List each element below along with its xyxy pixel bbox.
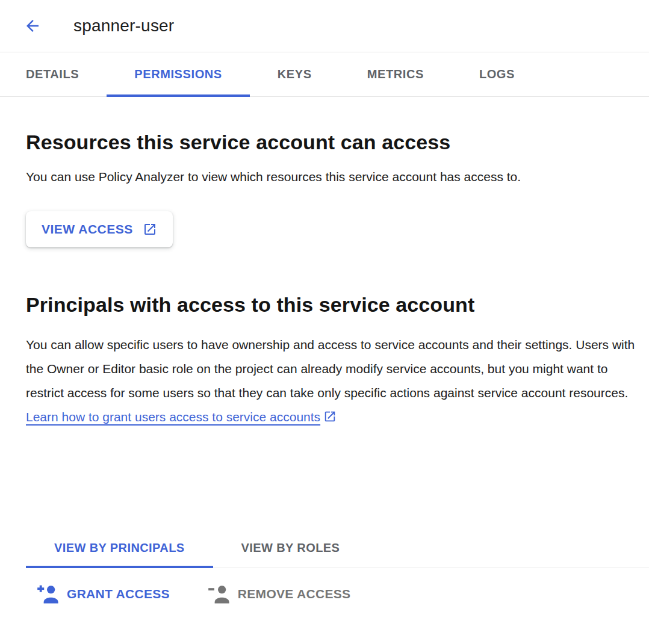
open-in-new-icon <box>143 222 157 237</box>
view-access-button[interactable]: VIEW ACCESS <box>26 211 173 247</box>
tab-details[interactable]: DETAILS <box>0 52 107 96</box>
person-add-icon <box>36 584 60 604</box>
remove-access-label: REMOVE ACCESS <box>238 587 351 601</box>
principals-description: You can allow specific users to have own… <box>26 333 641 429</box>
page-title: spanner-user <box>73 16 174 36</box>
tab-permissions-label: PERMISSIONS <box>134 67 222 81</box>
access-toolbar: GRANT ACCESS REMOVE ACCESS <box>26 584 641 604</box>
tab-details-label: DETAILS <box>26 67 79 81</box>
tab-permissions[interactable]: PERMISSIONS <box>107 52 250 96</box>
subtab-view-by-principals-label: VIEW BY PRINCIPALS <box>54 541 185 555</box>
main-tab-bar: DETAILS PERMISSIONS KEYS METRICS LOGS <box>0 52 649 97</box>
back-button[interactable] <box>23 16 42 36</box>
learn-grant-access-link[interactable]: Learn how to grant users access to servi… <box>26 410 320 424</box>
subtab-view-by-roles-label: VIEW BY ROLES <box>241 541 340 555</box>
resources-section: Resources this service account can acces… <box>26 131 641 247</box>
back-arrow-icon <box>23 17 42 35</box>
open-in-new-icon <box>320 410 337 424</box>
resources-description: You can use Policy Analyzer to view whic… <box>26 169 641 185</box>
tab-metrics[interactable]: METRICS <box>340 52 452 96</box>
resources-heading: Resources this service account can acces… <box>26 131 641 153</box>
grant-access-button[interactable]: GRANT ACCESS <box>36 584 170 604</box>
person-remove-icon <box>207 584 231 604</box>
principals-heading: Principals with access to this service a… <box>26 293 641 316</box>
grant-access-label: GRANT ACCESS <box>67 587 170 601</box>
tab-keys[interactable]: KEYS <box>250 52 340 96</box>
view-mode-tab-bar: VIEW BY PRINCIPALS VIEW BY ROLES <box>26 528 649 568</box>
view-access-row: VIEW ACCESS <box>26 211 641 247</box>
subtab-view-by-roles[interactable]: VIEW BY ROLES <box>213 528 368 568</box>
tab-metrics-label: METRICS <box>367 67 424 81</box>
subtab-view-by-principals[interactable]: VIEW BY PRINCIPALS <box>26 528 213 568</box>
remove-access-button[interactable]: REMOVE ACCESS <box>207 584 351 604</box>
tab-logs[interactable]: LOGS <box>452 52 542 96</box>
page-header: spanner-user <box>0 0 649 52</box>
principals-description-text: You can allow specific users to have own… <box>26 338 635 400</box>
principals-section: Principals with access to this service a… <box>26 293 641 429</box>
view-access-label: VIEW ACCESS <box>42 222 133 237</box>
tab-logs-label: LOGS <box>479 67 515 81</box>
main-content: Resources this service account can acces… <box>0 131 649 604</box>
tab-keys-label: KEYS <box>278 67 312 81</box>
